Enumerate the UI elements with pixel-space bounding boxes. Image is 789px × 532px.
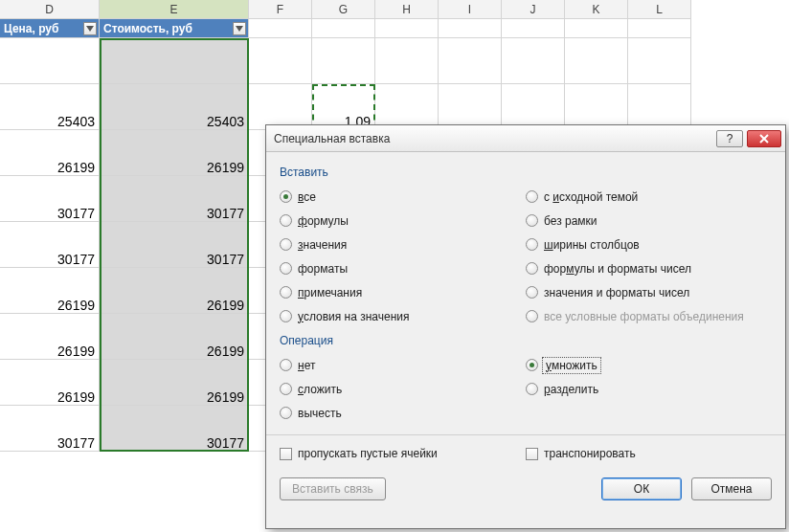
radio-label: все: [298, 190, 316, 204]
cell[interactable]: 25403: [0, 84, 100, 130]
cell[interactable]: 26199: [100, 130, 249, 176]
cell[interactable]: 26199: [100, 360, 249, 406]
radio-paste-comments[interactable]: примечания: [280, 280, 526, 304]
radio-paste-all[interactable]: все: [280, 185, 526, 209]
cell[interactable]: 26199: [0, 314, 100, 360]
cell[interactable]: [312, 19, 375, 38]
radio-label: все условные форматы объединения: [544, 310, 744, 323]
cell[interactable]: [375, 19, 439, 38]
chevron-down-icon: [236, 26, 243, 32]
table-header-label: Стоимость, руб: [103, 22, 192, 35]
transpose-checkbox[interactable]: транспонировать: [526, 443, 772, 464]
cell[interactable]: [0, 38, 100, 84]
column-header-I[interactable]: I: [439, 0, 502, 19]
radio-op-none[interactable]: нет: [280, 353, 526, 377]
radio-label: с исходной темой: [544, 190, 638, 204]
cell[interactable]: 26199: [0, 360, 100, 406]
radio-paste-formats[interactable]: форматы: [280, 256, 526, 280]
ok-button[interactable]: ОК: [601, 477, 682, 500]
cell[interactable]: [565, 38, 628, 84]
dialog-titlebar[interactable]: Специальная вставка ?: [266, 125, 785, 152]
radio-icon: [280, 214, 292, 227]
cell[interactable]: [628, 19, 691, 38]
cell[interactable]: 30177: [100, 222, 249, 268]
cell[interactable]: 1,09: [312, 84, 375, 130]
cell[interactable]: [628, 84, 691, 130]
cell[interactable]: 26199: [100, 314, 249, 360]
column-header-F[interactable]: F: [249, 0, 312, 19]
radio-paste-condmerge: все условные форматы объединения: [526, 304, 772, 328]
cell[interactable]: [375, 38, 439, 84]
cell[interactable]: 26199: [0, 130, 100, 176]
chevron-down-icon: [86, 26, 94, 32]
filter-button[interactable]: [83, 22, 97, 35]
cell[interactable]: 30177: [0, 176, 100, 222]
radio-paste-values[interactable]: значения: [280, 233, 526, 256]
radio-label: условия на значения: [298, 310, 410, 323]
close-button[interactable]: [747, 130, 781, 147]
column-header-J[interactable]: J: [502, 0, 565, 19]
cancel-button[interactable]: Отмена: [691, 477, 772, 500]
radio-paste-theme[interactable]: с исходной темой: [526, 185, 772, 209]
cell[interactable]: [439, 38, 502, 84]
column-header-H[interactable]: H: [375, 0, 439, 19]
cell[interactable]: [439, 84, 502, 130]
table-header-label: Цена, руб: [4, 22, 58, 35]
cell[interactable]: [249, 19, 312, 38]
cell[interactable]: [502, 84, 565, 130]
radio-paste-noborder[interactable]: без рамки: [526, 209, 772, 233]
radio-paste-valnum[interactable]: значения и форматы чисел: [526, 280, 772, 304]
radio-icon: [280, 238, 292, 251]
cell[interactable]: [249, 38, 312, 84]
filter-button[interactable]: [233, 22, 246, 35]
table-header-e[interactable]: Стоимость, руб: [100, 19, 249, 38]
paste-special-dialog: Специальная вставка ? Вставить всеформул…: [265, 124, 786, 529]
radio-paste-formulas[interactable]: формулы: [280, 209, 526, 233]
cell[interactable]: [628, 38, 691, 84]
radio-icon: [526, 190, 538, 203]
cell[interactable]: [100, 38, 249, 84]
radio-paste-validation[interactable]: условия на значения: [280, 304, 526, 328]
cell[interactable]: 30177: [100, 176, 249, 222]
cell[interactable]: [312, 38, 375, 84]
cell[interactable]: [249, 84, 312, 130]
cell[interactable]: [375, 84, 439, 130]
radio-icon: [526, 238, 538, 251]
radio-label: значения: [298, 238, 347, 252]
column-header-G[interactable]: G: [312, 0, 375, 19]
column-header-K[interactable]: K: [565, 0, 628, 19]
radio-op-mul[interactable]: умножить: [526, 353, 772, 377]
radio-icon: [526, 262, 538, 275]
radio-op-sub[interactable]: вычесть: [280, 401, 526, 425]
cell[interactable]: 26199: [100, 268, 249, 314]
column-header-E[interactable]: E: [100, 0, 249, 19]
radio-label: значения и форматы чисел: [544, 286, 689, 299]
table-header-d[interactable]: Цена, руб: [0, 19, 100, 38]
cell[interactable]: [565, 84, 628, 130]
cell[interactable]: 30177: [0, 222, 100, 268]
radio-paste-colwidths[interactable]: ширины столбцов: [526, 233, 772, 256]
radio-op-add[interactable]: сложить: [280, 377, 526, 401]
radio-label: примечания: [298, 286, 362, 299]
radio-icon: [280, 286, 292, 299]
column-header-L[interactable]: L: [628, 0, 691, 19]
cell[interactable]: [502, 38, 565, 84]
paste-link-button[interactable]: Вставить связь: [280, 477, 386, 500]
skip-blanks-checkbox[interactable]: пропускать пустые ячейки: [280, 443, 526, 464]
group-paste-label: Вставить: [280, 166, 772, 179]
cell[interactable]: [565, 19, 628, 38]
radio-icon: [280, 190, 292, 203]
radio-paste-formnum[interactable]: формулы и форматы чисел: [526, 256, 772, 280]
radio-label: сложить: [298, 383, 342, 396]
cell[interactable]: [502, 19, 565, 38]
cell[interactable]: 30177: [0, 406, 100, 452]
dialog-title: Специальная вставка: [274, 132, 390, 145]
checkbox-icon: [526, 448, 538, 460]
column-header-D[interactable]: D: [0, 0, 100, 19]
cell[interactable]: [439, 19, 502, 38]
cell[interactable]: 30177: [100, 406, 249, 452]
cell[interactable]: 26199: [0, 268, 100, 314]
help-button[interactable]: ?: [716, 130, 743, 147]
cell[interactable]: 25403: [100, 84, 249, 130]
radio-op-div[interactable]: разделить: [526, 377, 772, 401]
